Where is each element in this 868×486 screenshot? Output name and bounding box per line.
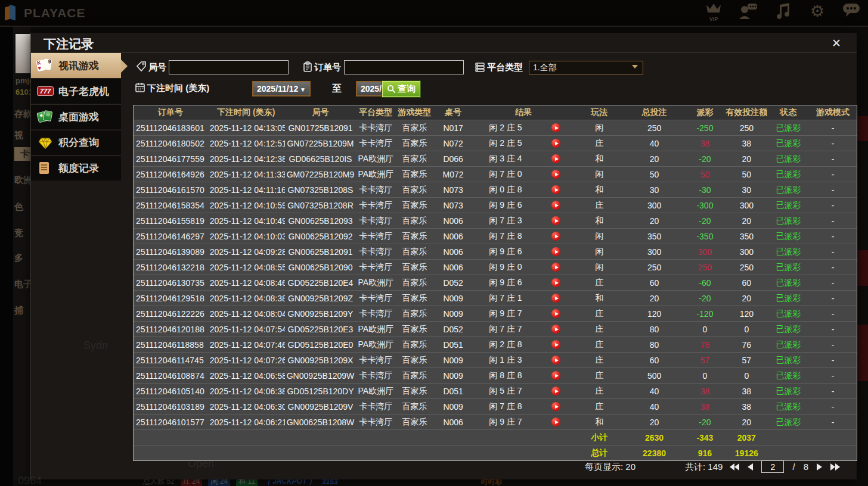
cell-payout: 250: [684, 263, 726, 272]
cell-valid-bet: 76: [726, 340, 767, 350]
date-from-select[interactable]: 2025/11/12 ▼: [252, 81, 311, 96]
close-icon[interactable]: ✕: [829, 36, 844, 50]
cell-order-no: 251112046180502: [134, 139, 207, 148]
cell-bet-time: 2025-11-12 04:06:38: [207, 387, 285, 396]
cell-game-mode: -: [809, 185, 857, 195]
play-video-button[interactable]: [551, 387, 560, 395]
cell-total-bet: 30: [625, 185, 684, 195]
play-video-button[interactable]: [551, 216, 560, 225]
page-number-input[interactable]: [761, 460, 784, 473]
cell-bet-time: 2025-11-12 04:10:59: [207, 201, 285, 210]
cell-game-no: GM07225B120M9: [285, 170, 356, 179]
bet-records-table: 订单号下注时间 (美东)局号平台类型游戏类型桌号结果玩法总投注派彩有效投注额状态…: [133, 105, 857, 461]
play-video-button[interactable]: [551, 201, 560, 210]
cell-order-no: 251112046132218: [134, 263, 207, 272]
cell-status: 已派彩: [767, 247, 809, 257]
play-video-button[interactable]: [551, 325, 560, 334]
cards-icon: K♥9: [37, 58, 54, 74]
cell-play-mode: 和: [574, 417, 625, 428]
cell-game-no: GN07325B1208R: [285, 201, 356, 210]
cell-platform: 卡卡湾厅: [356, 247, 395, 257]
cell-valid-bet: 20: [726, 294, 767, 303]
play-video-button[interactable]: [551, 154, 560, 163]
menu-item-table-games[interactable]: ♣◎桌面游戏: [31, 104, 121, 129]
cell-game-no: GN00925B1209X: [285, 356, 356, 365]
cell-table-no: N009: [433, 371, 473, 381]
cell-payout: -350: [684, 232, 726, 241]
order-no-input[interactable]: [344, 60, 464, 74]
customer-service-icon[interactable]: [738, 2, 758, 24]
platform-type-select[interactable]: 1.全部: [529, 61, 643, 74]
result-value: 闲 2 庄 5: [473, 138, 538, 149]
play-video-button[interactable]: [551, 170, 560, 179]
cell-play-mode: 和: [574, 185, 625, 195]
chevron-down-icon: [632, 65, 638, 68]
gear-icon[interactable]: ⚙: [807, 2, 827, 24]
next-page-button[interactable]: [817, 463, 822, 471]
play-video-button[interactable]: [551, 247, 560, 256]
result-value: 闲 7 庄 3: [473, 216, 538, 226]
result-value: 闲 3 庄 4: [473, 154, 538, 164]
cell-status: 已派彩: [767, 123, 809, 133]
cell-play-mode: 闲: [574, 231, 625, 242]
prev-page-button[interactable]: [748, 463, 753, 471]
first-page-button[interactable]: [730, 463, 739, 471]
cell-total-bet: 120: [625, 309, 684, 319]
calendar-icon: [135, 82, 145, 93]
menu-item-points-query[interactable]: 积分查询: [31, 130, 121, 155]
play-video-button[interactable]: [551, 402, 560, 411]
play-video-button[interactable]: [551, 185, 560, 194]
table-row: 2511120461322182025-11-12 04:08:55GN0062…: [134, 259, 857, 275]
cell-total-bet: 60: [625, 278, 684, 288]
play-video-button[interactable]: [551, 263, 560, 272]
play-video-button[interactable]: [551, 309, 560, 318]
play-video-button[interactable]: [551, 123, 560, 132]
menu-item-quota-records[interactable]: 额度记录: [31, 155, 121, 180]
last-page-button[interactable]: [830, 463, 840, 471]
subtotal-row-cell: 2630: [625, 433, 684, 443]
cell-game-no: GN00625B12090: [285, 263, 356, 272]
table-row: 2511120461307352025-11-12 04:08:46GD0522…: [134, 275, 857, 290]
background-nav-se: 色: [14, 201, 23, 213]
cell-platform: 卡卡湾厅: [356, 185, 395, 195]
play-video-button[interactable]: [551, 340, 560, 349]
background-nav-deposit: 存款: [14, 108, 32, 120]
menu-item-slots[interactable]: 777电子老虎机: [31, 79, 121, 104]
cell-payout: -20: [684, 216, 726, 226]
music-note-icon[interactable]: [773, 2, 793, 24]
playace-logo-text: PLAYACE: [24, 6, 86, 20]
cell-status: 已派彩: [767, 386, 809, 397]
table-row: 2511120461805022025-11-12 04:12:51GN0722…: [134, 135, 857, 151]
column-header: 有效投注额: [726, 107, 767, 118]
modal-title: 下注记录: [44, 36, 94, 52]
cell-game-no: GN07225B1209M: [285, 139, 356, 148]
search-button[interactable]: 查询: [382, 80, 421, 98]
menu-item-video-games[interactable]: K♥9视讯游戏: [31, 53, 121, 78]
cell-valid-bet: 0: [726, 371, 767, 381]
play-video-button[interactable]: [551, 294, 560, 303]
play-video-button[interactable]: [551, 139, 560, 148]
cell-game-mode: -: [809, 356, 857, 365]
cell-platform: PA欧洲厅: [356, 169, 395, 180]
vip-crown-icon[interactable]: VIP: [703, 2, 724, 24]
result-value: 闲 7 庄 8: [473, 231, 538, 242]
cell-status: 已派彩: [767, 169, 809, 180]
cell-game-no: GN00925B1209V: [285, 402, 356, 412]
play-video-button[interactable]: [551, 278, 560, 287]
clipboard-icon: [302, 61, 313, 72]
game-no-input[interactable]: [169, 60, 289, 74]
play-video-button[interactable]: [551, 418, 560, 426]
chat-bubbles-icon[interactable]: [842, 2, 862, 24]
cell-status: 已派彩: [767, 154, 809, 164]
diamond-icon: [37, 135, 54, 151]
cell-payout: -300: [684, 201, 726, 210]
bet-time-label: 下注时间 (美东): [147, 83, 209, 94]
play-video-button[interactable]: [551, 356, 560, 364]
cell-order-no: 251112046177559: [134, 154, 207, 164]
table-header-row: 订单号下注时间 (美东)局号平台类型游戏类型桌号结果玩法总投注派彩有效投注额状态…: [134, 105, 857, 120]
play-video-button[interactable]: [551, 371, 560, 380]
cell-bet-time: 2025-11-12 04:08:38: [207, 294, 285, 303]
play-video-button[interactable]: [551, 232, 560, 241]
cell-total-bet: 60: [625, 356, 684, 365]
cell-total-bet: 300: [625, 247, 684, 257]
